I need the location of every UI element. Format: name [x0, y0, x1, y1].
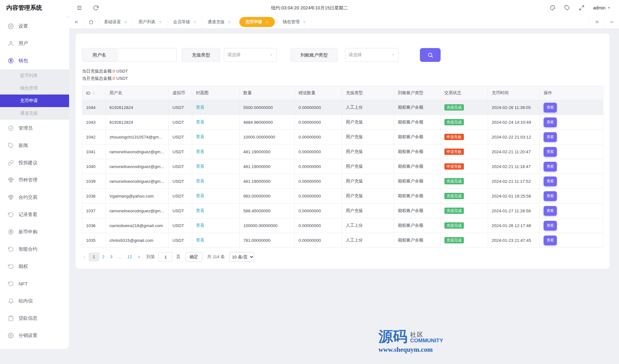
sidebar-item[interactable]: 提币列表	[0, 69, 69, 82]
row-view-button[interactable]: 查看	[544, 177, 557, 186]
cover-view-link[interactable]: 查看	[196, 237, 204, 243]
cell-username: ramoneliseorodriguez@gm...	[106, 204, 169, 218]
cell-amount: 983.00000000	[240, 189, 295, 203]
recharge-type-filter-label: 充值类型	[182, 48, 220, 62]
theme-palette-icon[interactable]	[550, 5, 556, 11]
cover-view-link[interactable]: 查看	[196, 119, 204, 125]
tab-close-icon[interactable]	[193, 20, 197, 24]
sidebar-item[interactable]: 新币申购	[0, 223, 69, 241]
tab-close-icon[interactable]	[265, 20, 269, 24]
row-view-button[interactable]: 查看	[544, 103, 557, 112]
tab-close-icon[interactable]	[159, 20, 162, 24]
fullscreen-icon[interactable]	[579, 5, 584, 11]
tab-close-icon[interactable]	[124, 20, 128, 24]
sort-icon[interactable]	[92, 91, 95, 95]
recharge-type-select[interactable]: 请选择	[224, 48, 277, 62]
sidebar-item[interactable]: NFT	[0, 275, 69, 292]
page-number[interactable]: 3	[107, 253, 116, 261]
sidebar-item[interactable]: 用户	[0, 35, 69, 52]
row-view-button[interactable]: 查看	[544, 117, 557, 127]
page-number[interactable]: 2	[99, 253, 107, 261]
page-number[interactable]: 1	[89, 253, 99, 261]
brand-sub-text: 社区	[410, 332, 443, 338]
sidebar-item[interactable]: 新闻	[0, 137, 69, 154]
cell-bonus: 0.00000000	[295, 218, 342, 233]
sidebar-item[interactable]: 合约交易	[0, 189, 69, 206]
tab[interactable]: 基础设置	[99, 16, 133, 28]
header-id[interactable]: ID	[82, 86, 106, 100]
tab[interactable]: 充币申请	[239, 17, 275, 27]
account-type-select[interactable]: 请选择	[345, 48, 399, 62]
refresh-icon[interactable]	[93, 5, 99, 11]
tabs-scroll-right-button[interactable]	[589, 16, 604, 28]
cell-bonus: 0.00000000	[295, 174, 342, 188]
confirm-button[interactable]: 确定	[186, 252, 202, 262]
sidebar-item[interactable]: 充币申请	[0, 95, 69, 107]
cell-bonus: 0.00000000	[295, 130, 342, 144]
cell-account-type: 期权账户余额	[394, 233, 441, 247]
prev-page-button[interactable]	[82, 255, 87, 259]
cover-view-link[interactable]: 查看	[196, 164, 204, 169]
page-number[interactable]: ...	[115, 253, 124, 261]
sidebar-item[interactable]: 管理员	[0, 120, 69, 137]
tab[interactable]: 通道充值	[202, 16, 237, 28]
sidebar-item[interactable]: 币种管理	[0, 171, 69, 189]
cell-account-type: 期权账户余额	[394, 130, 441, 144]
sidebar-item[interactable]: 设置	[0, 18, 69, 35]
sidebar-item[interactable]: 记录查看	[0, 206, 69, 223]
tag-icon[interactable]	[564, 5, 570, 11]
sidebar-item[interactable]: 贷款信息	[0, 310, 69, 327]
cover-view-link[interactable]: 查看	[196, 223, 204, 228]
sidebar-item-label: 币种管理	[19, 177, 37, 183]
next-page-button[interactable]	[137, 255, 141, 259]
cover-view-link[interactable]: 查看	[196, 149, 204, 155]
row-view-button[interactable]: 查看	[544, 162, 557, 171]
cover-view-link[interactable]: 查看	[196, 193, 204, 199]
page-size-select[interactable]: 10 条/页	[229, 252, 254, 262]
tab-close-icon[interactable]	[303, 20, 306, 24]
row-view-button[interactable]: 查看	[544, 221, 557, 231]
cell-amount: 781.00000000	[240, 233, 295, 247]
page-jump-input[interactable]	[159, 252, 172, 262]
tabbar: 基础设置 用户列表 会员等级 通道充值	[69, 16, 619, 28]
cover-view-link[interactable]: 查看	[196, 178, 204, 184]
page-number[interactable]: 12	[124, 253, 135, 261]
tab[interactable]: 用户列表	[133, 16, 168, 28]
sidebar-item[interactable]: 站内信	[0, 292, 69, 310]
tab[interactable]: 会员等级	[168, 16, 202, 28]
sidebar-item[interactable]: 投拆建议	[0, 154, 69, 171]
pagination: 123...12 到第 页 确定 共 114 条 10 条/页	[82, 252, 603, 262]
sidebar-item[interactable]: 智能合约	[0, 241, 69, 258]
cover-view-link[interactable]: 查看	[196, 208, 204, 214]
brand-cn-text: 源码	[378, 330, 407, 344]
tabs-scroll-left-button[interactable]	[69, 16, 84, 28]
sidebar-item-label: 期权	[19, 263, 28, 269]
cell-id: 1036	[82, 218, 106, 233]
tab[interactable]: 钱包管理	[277, 16, 312, 28]
row-view-button[interactable]: 查看	[544, 236, 557, 245]
username-text: admin	[593, 5, 606, 10]
sidebar-item[interactable]: 分销设置	[0, 327, 69, 344]
menu-fold-icon[interactable]	[77, 5, 82, 11]
row-view-button[interactable]: 查看	[544, 147, 557, 157]
cell-id: 1038	[82, 189, 106, 203]
home-tab-button[interactable]	[84, 16, 99, 28]
sidebar-item[interactable]: 钱包	[0, 52, 69, 69]
sidebar-item[interactable]: 通道充值	[0, 107, 69, 120]
row-view-button[interactable]: 查看	[544, 132, 557, 142]
username-input[interactable]	[118, 48, 177, 62]
cell-id: 1042	[82, 130, 106, 144]
tabs-menu-button[interactable]	[604, 16, 619, 28]
row-view-button[interactable]: 查看	[544, 206, 557, 216]
cover-view-link[interactable]: 查看	[196, 134, 204, 140]
sidebar-item[interactable]: 钱包管理	[0, 82, 69, 95]
tab-close-icon[interactable]	[228, 20, 231, 24]
cover-view-link[interactable]: 查看	[196, 105, 204, 110]
search-button[interactable]	[420, 48, 441, 62]
sidebar-item[interactable]: 期权	[0, 258, 69, 275]
header-username: 用户名	[106, 86, 169, 100]
row-view-button[interactable]: 查看	[544, 191, 557, 201]
username-filter-label: 用户名	[82, 48, 117, 62]
cell-username: 6192612824	[106, 115, 169, 129]
user-menu[interactable]: admin	[593, 5, 611, 10]
